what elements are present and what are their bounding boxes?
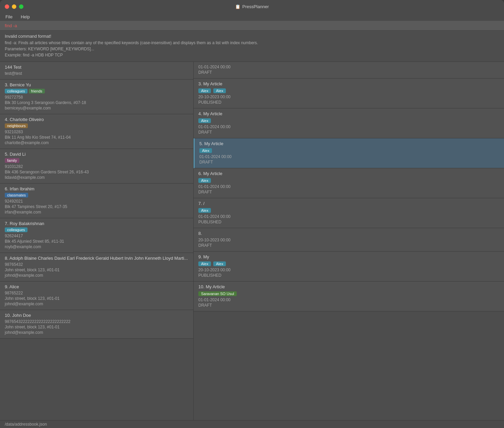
article-title: 8. [198, 231, 499, 236]
contact-phone: 92624417 [5, 234, 188, 238]
contact-name: 144 Test [5, 65, 188, 70]
contact-item[interactable]: 10. John Doe 987654322222222222222222222… [0, 310, 193, 339]
contact-item[interactable]: 5. David Li family 91031282 Blk 436 Sera… [0, 149, 193, 184]
tag-row: colleagues [5, 227, 188, 232]
article-item[interactable]: 10. My Article Saravanan SO Usul 01-01-2… [194, 281, 504, 311]
error-desc-2: Parameters: KEYWORD [MORE_KEYWORDS]... [5, 46, 499, 52]
contact-name: 7. Roy Balakrishnan [5, 221, 188, 226]
author-tag: Alex [198, 208, 211, 213]
error-panel: Invalid command format! find -a: Finds a… [0, 31, 504, 62]
contact-phone: 98765222 [5, 291, 188, 295]
title-bar: 📋 PressPlanner [0, 0, 504, 13]
article-date: 01-01-2024 00:00 [198, 124, 499, 129]
author-tag: Alex [198, 88, 211, 93]
command-bar: find -a [0, 21, 504, 31]
contact-address: Blk 47 Tampines Street 20, #17-35 [5, 204, 188, 209]
status-bar: /data/addressbook.json [0, 420, 504, 428]
article-status: DRAFT [198, 130, 499, 135]
article-title: 3. My Article [198, 81, 499, 86]
contact-address: Blk 436 Serangoon Gardens Street 26, #16… [5, 170, 188, 174]
contact-address: John street, block 123, #01-01 [5, 325, 188, 329]
traffic-lights [5, 4, 23, 9]
close-button[interactable] [5, 4, 9, 9]
contact-item[interactable]: 4. Charlotte Oliveiro neighbours 9321028… [0, 114, 193, 149]
contacts-panel[interactable]: 144 Test test@test 3. Bernice Yu colleag… [0, 62, 194, 420]
contact-item[interactable]: 9. Alice 98765222 John street, block 123… [0, 281, 193, 310]
contact-address: Blk 45 Aljunied Street 85, #11-31 [5, 239, 188, 244]
article-date: 01-01-2024 00:00 [198, 65, 499, 69]
article-date: 20-10-2023 00:00 [198, 238, 499, 242]
main-content: 144 Test test@test 3. Bernice Yu colleag… [0, 62, 504, 420]
article-item[interactable]: 7. / Alex 01-01-2024 00:00 PUBLISHED [194, 198, 504, 228]
contact-email: royb@example.com [5, 244, 188, 249]
author-tag: Alex [198, 261, 211, 266]
article-date: 20-10-2023 00:00 [198, 268, 499, 272]
minimize-button[interactable] [12, 4, 16, 9]
author-tag: Alex [199, 148, 212, 153]
article-title: 10. My Article [198, 284, 499, 289]
contact-phone: 93210283 [5, 130, 188, 134]
article-item[interactable]: 4. My Article Alex 01-01-2024 00:00 DRAF… [194, 108, 504, 138]
contact-name: 4. Charlotte Oliveiro [5, 117, 188, 122]
error-desc-1: find -a: Finds all articles whose titles… [5, 40, 499, 46]
contact-email: irfan@example.com [5, 210, 188, 215]
author-tag-saravanan: Saravanan SO Usul [198, 291, 237, 296]
article-date: 01-01-2024 00:00 [198, 297, 499, 302]
article-date: 01-01-2024 00:00 [198, 184, 499, 189]
contact-email: berniceyu@example.com [5, 106, 188, 110]
tag-family: family [5, 158, 19, 163]
contact-phone: 91031282 [5, 164, 188, 169]
command-text: find -a [5, 23, 17, 28]
error-title: Invalid command format! [5, 34, 499, 39]
article-item[interactable]: 6. My Article Alex 01-01-2024 00:00 DRAF… [194, 168, 504, 198]
contact-item[interactable]: 8. Adolph Blaine Charles David Earl Fred… [0, 253, 193, 281]
contact-name: 6. Irfan Ibrahim [5, 186, 188, 191]
contact-phone: 92492021 [5, 199, 188, 204]
article-date: 01-01-2024 00:00 [199, 154, 499, 159]
tag-friends: friends [29, 89, 45, 93]
menu-bar: File Help [0, 13, 504, 21]
article-title: 4. My Article [198, 111, 499, 116]
contact-email: lidavid@example.com [5, 175, 188, 180]
contact-item[interactable]: 7. Roy Balakrishnan colleagues 92624417 … [0, 218, 193, 253]
menu-help[interactable]: Help [19, 14, 31, 20]
contact-item[interactable]: 144 Test test@test [0, 62, 193, 80]
contact-address: Blk 11 Ang Mo Kio Street 74, #11-04 [5, 135, 188, 140]
maximize-button[interactable] [19, 4, 23, 9]
menu-file[interactable]: File [4, 14, 14, 20]
article-item-active[interactable]: 5. My Article Alex 01-01-2024 00:00 DRAF… [194, 138, 504, 168]
contact-name: 3. Bernice Yu [5, 82, 188, 87]
articles-panel[interactable]: 01-01-2024 00:00 DRAFT 3. My Article Ale… [194, 62, 504, 420]
article-status: PUBLISHED [198, 100, 499, 105]
contact-name: 9. Alice [5, 284, 188, 289]
contact-address: John street, block 123, #01-01 [5, 296, 188, 301]
author-tag: Alex [213, 88, 226, 93]
article-item[interactable]: 9. My Alex Alex 20-10-2023 00:00 PUBLISH… [194, 252, 504, 281]
tag-neighbours: neighbours [5, 123, 28, 128]
article-status: DRAFT [199, 160, 499, 165]
contact-phone: 99272758 [5, 95, 188, 100]
contact-email: johnd@example.com [5, 330, 188, 335]
article-status: PUBLISHED [198, 273, 499, 278]
article-status: DRAFT [198, 303, 499, 308]
article-title: 5. My Article [199, 141, 499, 146]
contact-name: 8. Adolph Blaine Charles David Earl Fred… [5, 256, 188, 261]
article-item[interactable]: 8. 20-10-2023 00:00 DRAFT [194, 228, 504, 252]
article-item[interactable]: 01-01-2024 00:00 DRAFT [194, 62, 504, 79]
contact-item[interactable]: 6. Irfan Ibrahim classmates 92492021 Blk… [0, 184, 193, 218]
article-date: 20-10-2023 00:00 [198, 95, 499, 99]
status-path: /data/addressbook.json [5, 422, 47, 427]
article-title: 9. My [198, 254, 499, 259]
article-item[interactable]: 3. My Article Alex Alex 20-10-2023 00:00… [194, 79, 504, 108]
author-tag: Alex [198, 178, 211, 183]
author-tag: Alex [198, 118, 211, 123]
contact-phone: 98765432 [5, 262, 188, 267]
tag-colleagues: colleagues [5, 227, 28, 232]
article-status: DRAFT [198, 190, 499, 194]
tag-classmates: classmates [5, 193, 28, 198]
contact-name: 5. David Li [5, 152, 188, 157]
tag-row: colleagues friends [5, 89, 188, 93]
contact-item[interactable]: 3. Bernice Yu colleagues friends 9927275… [0, 80, 193, 114]
article-status: DRAFT [198, 70, 499, 75]
contact-address: Blk 30 Lorong 3 Serangoon Gardens, #07-1… [5, 100, 188, 105]
